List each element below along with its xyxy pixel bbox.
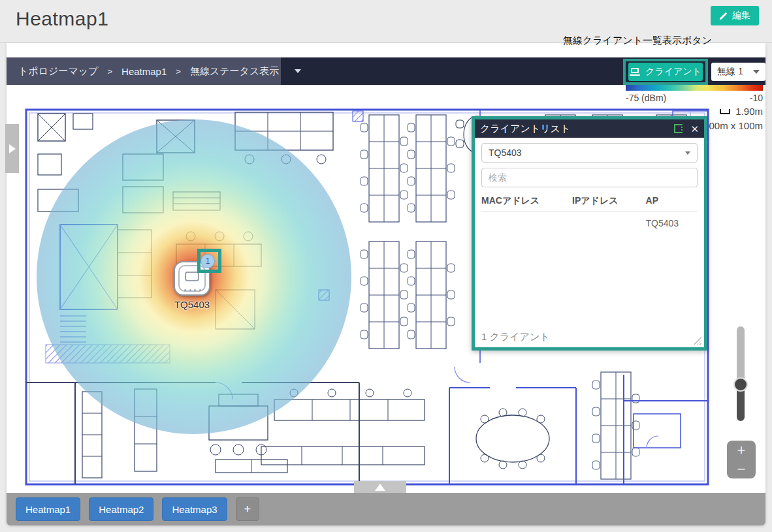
ap-filter-dropdown[interactable]: TQ5403 bbox=[481, 143, 698, 163]
close-icon[interactable]: ✕ bbox=[690, 124, 699, 134]
edit-button-label: 編集 bbox=[732, 10, 750, 22]
legend-max-label: -10 bbox=[750, 93, 763, 103]
breadcrumb: トポロジーマップ > Heatmap1 > 無線ステータス表示 bbox=[7, 57, 281, 85]
ap-name-label: TQ5403 bbox=[161, 299, 223, 310]
legend-min-label: -75 (dBm) bbox=[626, 93, 666, 103]
pencil-icon bbox=[719, 12, 728, 20]
ap-port-dots bbox=[184, 289, 201, 291]
breadcrumb-separator: > bbox=[107, 67, 112, 76]
zoom-slider-knob[interactable] bbox=[733, 377, 748, 392]
client-list-button[interactable]: クライアント bbox=[628, 63, 703, 81]
chevron-down-icon bbox=[753, 70, 760, 74]
client-search-input[interactable] bbox=[481, 168, 698, 187]
map-toolbar: トポロジーマップ > Heatmap1 > 無線ステータス表示 クライアント 無… bbox=[7, 57, 765, 85]
breadcrumb-separator: > bbox=[176, 67, 181, 76]
zoom-controls: + − bbox=[727, 441, 756, 478]
panel-resize-handle[interactable] bbox=[694, 337, 701, 345]
map-scale: 1.90m bbox=[626, 106, 763, 117]
breadcrumb-heatmap1[interactable]: Heatmap1 bbox=[121, 66, 167, 77]
radio-select-dropdown[interactable]: 無線 1 bbox=[711, 63, 765, 81]
client-ap-value: TQ5403 bbox=[646, 218, 698, 228]
edit-button[interactable]: 編集 bbox=[711, 6, 759, 25]
client-panel-title: クライアントリスト bbox=[480, 123, 570, 135]
zoom-out-button[interactable]: − bbox=[727, 460, 756, 478]
breadcrumb-topology-map[interactable]: トポロジーマップ bbox=[18, 65, 98, 78]
zoom-in-button[interactable]: + bbox=[727, 441, 756, 460]
client-button-label: クライアント bbox=[645, 66, 701, 78]
page-title: Heatmap1 bbox=[16, 8, 108, 30]
left-panel-expand-handle[interactable] bbox=[5, 124, 19, 173]
client-panel-body: TQ5403 MACアドレス IPアドレス AP TQ5403 bbox=[475, 138, 704, 347]
legend-labels: -75 (dBm) -10 bbox=[626, 93, 763, 103]
triangle-right-icon bbox=[9, 144, 16, 153]
tab-heatmap1[interactable]: Heatmap1 bbox=[16, 497, 80, 521]
heatmap-page: Heatmap1 編集 無線クライアント一覧表示ボタン トポロジーマップ > H… bbox=[0, 0, 772, 532]
col-ip-header: IPアドレス bbox=[572, 195, 646, 207]
tab-heatmap3[interactable]: Heatmap3 bbox=[162, 497, 227, 521]
ap-led-panel bbox=[185, 272, 199, 281]
client-panel-header[interactable]: クライアントリスト ✕ bbox=[475, 119, 704, 138]
laptop-icon bbox=[630, 68, 640, 76]
chevron-down-icon bbox=[685, 151, 690, 155]
bottom-bar-collapse-handle[interactable] bbox=[354, 481, 406, 493]
zoom-slider-track[interactable] bbox=[737, 326, 745, 421]
dock-panel-icon[interactable] bbox=[674, 124, 683, 133]
col-ap-header: AP bbox=[646, 195, 698, 207]
ap-filter-value: TQ5403 bbox=[489, 148, 522, 158]
radio-select-value: 無線 1 bbox=[717, 66, 743, 78]
map-card: トポロジーマップ > Heatmap1 > 無線ステータス表示 クライアント 無… bbox=[7, 43, 765, 525]
heatmap-tab-bar: Heatmap1 Heatmap2 Heatmap3 + bbox=[7, 493, 765, 525]
chevron-down-icon[interactable] bbox=[295, 69, 301, 73]
client-count-footer: 1 クライアント bbox=[481, 331, 550, 343]
client-list-panel: クライアントリスト ✕ TQ5403 MACアドレス bbox=[475, 119, 704, 347]
add-heatmap-button[interactable]: + bbox=[236, 497, 259, 521]
scale-value: 1.90m bbox=[735, 106, 763, 117]
client-list-annotation: 無線クライアント一覧表示ボタン bbox=[563, 35, 712, 47]
client-table-row[interactable]: TQ5403 bbox=[481, 212, 698, 234]
col-mac-header: MACアドレス bbox=[481, 195, 572, 207]
client-table-header: MACアドレス IPアドレス AP bbox=[481, 191, 698, 212]
breadcrumb-status-mode[interactable]: 無線ステータス表示 bbox=[190, 65, 279, 78]
signal-strength-gradient bbox=[626, 85, 763, 91]
map-canvas[interactable]: TQ5403 1 クライアントリスト ✕ TQ5403 bbox=[7, 85, 765, 493]
client-panel-highlight: クライアントリスト ✕ TQ5403 MACアドレス bbox=[472, 116, 707, 351]
triangle-up-icon bbox=[375, 484, 385, 491]
tab-heatmap2[interactable]: Heatmap2 bbox=[89, 497, 153, 521]
client-count-badge[interactable]: 1 bbox=[201, 254, 215, 268]
scale-bracket-icon bbox=[720, 109, 730, 114]
